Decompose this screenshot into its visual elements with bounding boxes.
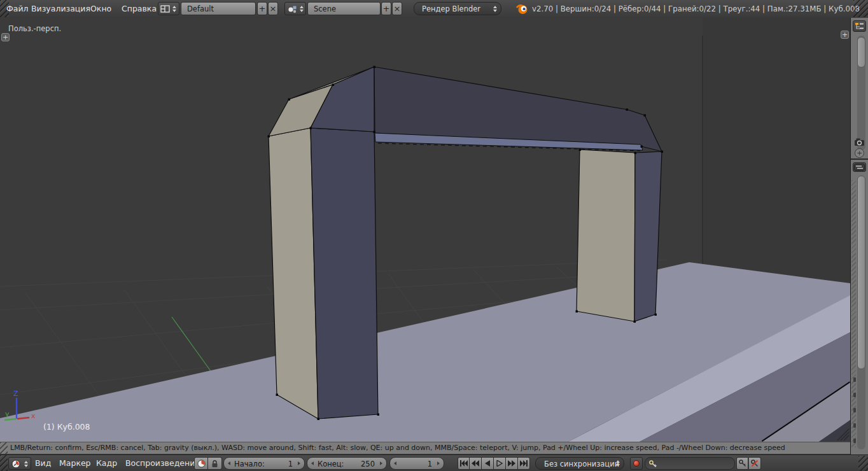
menu-file[interactable]: Файл [6, 0, 29, 18]
outliner-scrollbar-thumb[interactable] [857, 37, 865, 67]
jump-start-icon [459, 460, 468, 467]
jump-to-start-button[interactable] [458, 457, 470, 470]
properties-region-open-tab[interactable]: + [841, 31, 849, 39]
key-icon [738, 459, 747, 468]
clock-icon [11, 459, 21, 469]
region-tick [853, 408, 856, 412]
record-icon [633, 460, 640, 467]
preview-range-toggle[interactable] [194, 457, 208, 470]
next-keyframe-button[interactable] [506, 457, 518, 470]
increment-arrow-icon[interactable] [380, 461, 382, 465]
render-engine-dropdown[interactable]: Рендер Blender [414, 2, 501, 15]
properties-editor-button[interactable] [853, 162, 866, 172]
viewport-3d[interactable]: Z y x Польз.-персп. (1) Куб.008 + + [0, 18, 850, 442]
delete-keyframe-button[interactable] [749, 457, 761, 470]
timeline-editor-selector[interactable] [8, 457, 31, 470]
editor-type-selector[interactable] [158, 2, 179, 15]
decrement-arrow-icon[interactable] [228, 461, 230, 465]
left-pillar-dark-face [311, 128, 378, 419]
scene-name-field[interactable]: Scene [307, 2, 381, 15]
chevron-updown-icon [493, 6, 497, 12]
toolshelf-open-tab[interactable]: + [1, 33, 10, 41]
scene-selector[interactable] [284, 2, 306, 15]
corner-grip[interactable] [0, 455, 8, 471]
playback-controls [458, 457, 530, 470]
lock-time-toggle[interactable] [208, 457, 222, 470]
timeline-menu-frame[interactable]: Кадр [96, 455, 117, 471]
increment-arrow-icon[interactable] [298, 461, 300, 465]
sync-mode-dropdown[interactable]: Без синхронизации [535, 457, 624, 470]
scene-stats: v2.70 | Вершин:0/24 | Рёбер:0/44 | Гране… [532, 0, 860, 18]
close-scene-button[interactable]: × [392, 2, 402, 15]
menu-render[interactable]: Визуализация [31, 0, 90, 18]
decrement-arrow-icon[interactable] [394, 461, 396, 465]
add-layout-button[interactable]: + [257, 2, 267, 15]
menu-window[interactable]: Окно [90, 0, 111, 18]
close-icon: × [393, 3, 402, 15]
layout-name: Default [187, 4, 214, 13]
corner-grip[interactable] [858, 456, 868, 471]
insert-keyframe-button[interactable] [736, 457, 748, 470]
previous-keyframe-button[interactable] [470, 457, 482, 470]
info-header: Файл Визуализация Окно Справка Default +… [0, 0, 868, 18]
play-button[interactable] [494, 457, 506, 470]
axis-y-label: y [5, 410, 10, 418]
timeline-menu-playback[interactable]: Воспроизведение [125, 455, 200, 471]
frame-end-label: Конец: [318, 460, 344, 468]
close-layout-button[interactable]: × [268, 2, 278, 15]
autokey-record-toggle[interactable] [630, 457, 643, 470]
key-icon [648, 460, 657, 468]
outliner-editor-button[interactable] [853, 20, 866, 32]
background-right-wall [703, 18, 850, 292]
lock-icon [210, 459, 220, 468]
walk-mode-help-text: LMB/Return: confirm, Esc/RMB: cancel, Ta… [10, 442, 785, 454]
frame-end-value: 250 [361, 460, 375, 468]
left-pillar-light-face [269, 128, 318, 419]
chevron-updown-icon [300, 6, 304, 12]
region-tick [853, 439, 856, 443]
frame-end-field[interactable]: Конец: 250 [307, 457, 387, 470]
camera-icon [853, 137, 865, 147]
jump-to-end-button[interactable] [518, 457, 530, 470]
frame-start-value: 1 [288, 460, 293, 468]
clock-red-icon [197, 459, 206, 468]
blender-logo [515, 3, 528, 15]
key-delete-icon [750, 459, 759, 468]
outliner-icon [853, 21, 865, 31]
properties-scrollbar-thumb[interactable] [857, 176, 865, 369]
axis-z-label: Z [13, 390, 18, 398]
frame-start-label: Начало: [234, 460, 265, 468]
walk-mode-help-bar: LMB/Return: confirm, Esc/RMB: cancel, Ta… [0, 442, 850, 454]
layout-icon [160, 5, 170, 13]
sync-mode-label: Без синхронизации [544, 460, 619, 468]
join-area-button[interactable]: + [855, 148, 864, 158]
keying-set-field[interactable] [645, 457, 735, 470]
view-label: Польз.-персп. [8, 24, 61, 33]
increment-arrow-icon[interactable] [437, 461, 440, 465]
scene-icon [288, 4, 297, 13]
axis-x-label: x [31, 412, 36, 420]
add-icon: + [382, 3, 391, 15]
close-icon: × [269, 3, 277, 15]
active-object-label: (1) Куб.008 [43, 422, 90, 432]
timeline-menu-marker[interactable]: Маркер [59, 455, 91, 471]
current-frame-field[interactable]: 1 [389, 457, 444, 470]
decrement-arrow-icon[interactable] [311, 461, 314, 465]
collapsed-region-hatch [851, 180, 856, 447]
chevron-updown-icon [172, 6, 176, 12]
play-icon [496, 460, 503, 467]
play-reverse-icon [484, 460, 491, 467]
region-tick [853, 423, 856, 428]
viewport-canvas[interactable]: Z y x Польз.-персп. (1) Куб.008 [0, 18, 850, 442]
layout-name-field[interactable]: Default [181, 2, 256, 15]
area-divider[interactable] [851, 158, 868, 160]
corner-grip[interactable] [853, 0, 868, 17]
frame-start-field[interactable]: Начало: 1 [223, 457, 305, 470]
corner-grip[interactable] [0, 442, 8, 454]
menu-help[interactable]: Справка [122, 0, 157, 18]
add-icon: + [258, 3, 267, 15]
render-engine-label: Рендер Blender [422, 4, 480, 13]
add-scene-button[interactable]: + [381, 2, 391, 15]
play-reverse-button[interactable] [482, 457, 494, 470]
timeline-menu-view[interactable]: Вид [35, 455, 51, 471]
